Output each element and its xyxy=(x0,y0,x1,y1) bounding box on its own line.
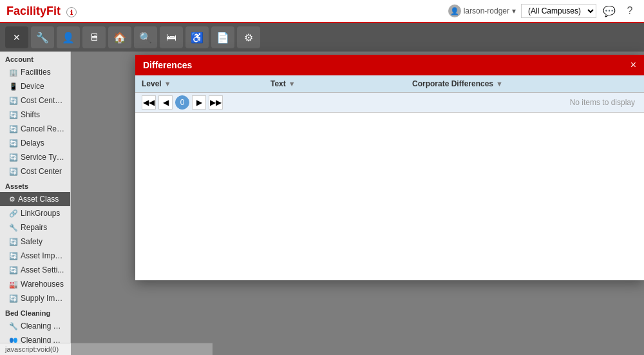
sidebar-item-delays[interactable]: 🔄 Delays xyxy=(0,136,70,150)
prev-page-button[interactable]: ◀ xyxy=(158,95,173,110)
shifts-icon: 🔄 xyxy=(9,111,18,119)
repairs-icon: 🔧 xyxy=(9,224,18,232)
differences-modal: Differences × Level ▼ Text ▼ Corporate D… xyxy=(135,55,644,280)
main-content: Account 🏢 Facilities 📱 Device 🔄 Cost Cen… xyxy=(0,52,644,355)
sidebar-item-cost-center2[interactable]: 🔄 Cost Center xyxy=(0,164,70,178)
search-nav-btn[interactable]: 🔍 xyxy=(134,26,157,48)
modal-close-button[interactable]: × xyxy=(630,60,636,70)
people-nav-btn[interactable]: 👤 xyxy=(57,26,80,48)
pagination-row: ◀◀ ◀ 0 ▶ ▶▶ No items to display xyxy=(135,93,644,113)
sidebar-label-cost-center2: Cost Center xyxy=(21,167,62,176)
no-items-label: No items to display xyxy=(570,98,638,107)
home-nav-btn[interactable]: 🏠 xyxy=(108,26,131,48)
app-logo: FacilityFit ℹ xyxy=(6,5,77,18)
help-icon[interactable]: ? xyxy=(622,3,638,19)
cost-center1-icon: 🔄 xyxy=(9,97,18,105)
top-bar: FacilityFit ℹ 👤 larson-rodger ▾ (All Cam… xyxy=(0,0,644,23)
sidebar-label-warehouses: Warehouses xyxy=(21,280,64,289)
last-page-button[interactable]: ▶▶ xyxy=(209,95,223,110)
pagination-controls: ◀◀ ◀ 0 ▶ ▶▶ xyxy=(142,95,223,110)
asset-import-icon: 🔄 xyxy=(9,252,18,260)
monitor-nav-btn[interactable]: 🖥 xyxy=(82,26,106,48)
text-filter-icon[interactable]: ▼ xyxy=(289,80,296,88)
first-page-button[interactable]: ◀◀ xyxy=(142,95,156,110)
supply-import-icon: 🔄 xyxy=(9,294,18,303)
sidebar-item-warehouses[interactable]: 🏭 Warehouses xyxy=(0,277,70,291)
sidebar-item-shifts[interactable]: 🔄 Shifts xyxy=(0,108,70,122)
sidebar-label-asset-import: Asset Impor... xyxy=(21,251,65,260)
asset-settings-icon: 🔄 xyxy=(9,266,18,274)
level-filter-icon[interactable]: ▼ xyxy=(164,80,171,88)
sidebar-label-device: Device xyxy=(21,82,44,91)
modal-body: Level ▼ Text ▼ Corporate Differences ▼ xyxy=(135,75,644,280)
sidebar-item-cancel-reason[interactable]: 🔄 Cancel Rea... xyxy=(0,122,70,136)
facilities-icon: 🏢 xyxy=(9,68,18,77)
sidebar-label-cancel-reason: Cancel Rea... xyxy=(21,124,65,133)
sidebar-label-facilities: Facilities xyxy=(21,68,51,77)
modal-header: Differences × xyxy=(135,55,644,75)
sidebar-label-shifts: Shifts xyxy=(21,110,40,119)
campus-select[interactable]: (All Campuses) xyxy=(521,4,596,18)
table-header-row: Level ▼ Text ▼ Corporate Differences ▼ xyxy=(135,75,644,93)
col-header-text: Text ▼ xyxy=(264,79,406,88)
nav-bar: ✕ 🔧 👤 🖥 🏠 🔍 🛏 ♿ 📄 ⚙ xyxy=(0,23,644,52)
info-icon[interactable]: ℹ xyxy=(66,7,77,17)
service-type-icon: 🔄 xyxy=(9,153,18,162)
cost-center2-icon: 🔄 xyxy=(9,168,18,176)
bed-cleaning-section-header: Bed Cleaning xyxy=(0,305,70,319)
access-nav-btn[interactable]: ♿ xyxy=(185,26,209,48)
sidebar-item-device[interactable]: 📱 Device xyxy=(0,79,70,93)
col-label-level: Level xyxy=(142,79,162,88)
sidebar-item-facilities[interactable]: 🏢 Facilities xyxy=(0,65,70,79)
sidebar-item-asset-import[interactable]: 🔄 Asset Impor... xyxy=(0,249,70,263)
col-label-corp-diff: Corporate Differences xyxy=(412,79,493,88)
logo-part1: Facility xyxy=(6,5,46,17)
sidebar-label-delays: Delays xyxy=(21,139,44,148)
link-groups-icon: 🔗 xyxy=(9,209,18,218)
sidebar-item-cleaning-type[interactable]: 🔧 Cleaning Ty... xyxy=(0,319,70,333)
sidebar-label-repairs: Repairs xyxy=(21,223,47,232)
sidebar: Account 🏢 Facilities 📱 Device 🔄 Cost Cen… xyxy=(0,52,71,355)
sidebar-label-cost-center1: Cost Cente... xyxy=(21,96,65,105)
sidebar-item-asset-class[interactable]: ⚙ Asset Class xyxy=(0,192,70,206)
menu-button[interactable]: ✕ xyxy=(5,26,28,48)
bed-nav-btn[interactable]: 🛏 xyxy=(160,26,183,48)
user-name: larson-rodger xyxy=(464,6,509,15)
chat-icon[interactable]: 💬 xyxy=(601,3,617,19)
delays-icon: 🔄 xyxy=(9,139,18,148)
asset-class-icon: ⚙ xyxy=(9,195,15,204)
account-section-header: Account xyxy=(0,52,70,65)
warehouses-icon: 🏭 xyxy=(9,280,18,289)
sidebar-label-safety: Safety xyxy=(21,237,43,246)
user-info: 👤 larson-rodger ▾ xyxy=(448,5,516,17)
modal-title: Differences xyxy=(143,60,192,70)
wrench-nav-btn[interactable]: 🔧 xyxy=(31,26,54,48)
sidebar-label-asset-class: Asset Class xyxy=(18,195,59,204)
sidebar-item-cost-center1[interactable]: 🔄 Cost Cente... xyxy=(0,93,70,108)
sidebar-label-link-groups: LinkGroups xyxy=(21,209,60,218)
col-header-level: Level ▼ xyxy=(135,79,264,88)
user-dropdown-icon[interactable]: ▾ xyxy=(512,6,516,15)
sidebar-label-asset-settings: Asset Setti... xyxy=(21,265,64,274)
document-nav-btn[interactable]: 📄 xyxy=(211,26,234,48)
sidebar-label-supply-import: Supply Imp... xyxy=(21,294,65,303)
table-body xyxy=(135,113,644,280)
page-area: Differences × Level ▼ Text ▼ Corporate D… xyxy=(71,52,644,355)
sidebar-item-service-type[interactable]: 🔄 Service Typ... xyxy=(0,150,70,164)
current-page-button[interactable]: 0 xyxy=(175,95,189,110)
corp-diff-filter-icon[interactable]: ▼ xyxy=(496,80,503,88)
sidebar-label-cleaning-type: Cleaning Ty... xyxy=(21,321,65,331)
next-page-button[interactable]: ▶ xyxy=(192,95,206,110)
device-icon: 📱 xyxy=(9,82,18,91)
sidebar-item-safety[interactable]: 🔄 Safety xyxy=(0,235,70,249)
user-avatar: 👤 xyxy=(448,5,461,17)
col-label-text: Text xyxy=(270,79,286,88)
settings-nav-btn[interactable]: ⚙ xyxy=(237,26,260,48)
sidebar-item-repairs[interactable]: 🔧 Repairs xyxy=(0,220,70,235)
sidebar-item-link-groups[interactable]: 🔗 LinkGroups xyxy=(0,206,70,220)
sidebar-item-asset-settings[interactable]: 🔄 Asset Setti... xyxy=(0,263,70,277)
top-right-controls: 👤 larson-rodger ▾ (All Campuses) 💬 ? xyxy=(448,3,638,19)
assets-section-header: Assets xyxy=(0,178,70,192)
sidebar-label-service-type: Service Typ... xyxy=(21,153,65,162)
sidebar-item-supply-import[interactable]: 🔄 Supply Imp... xyxy=(0,291,70,305)
